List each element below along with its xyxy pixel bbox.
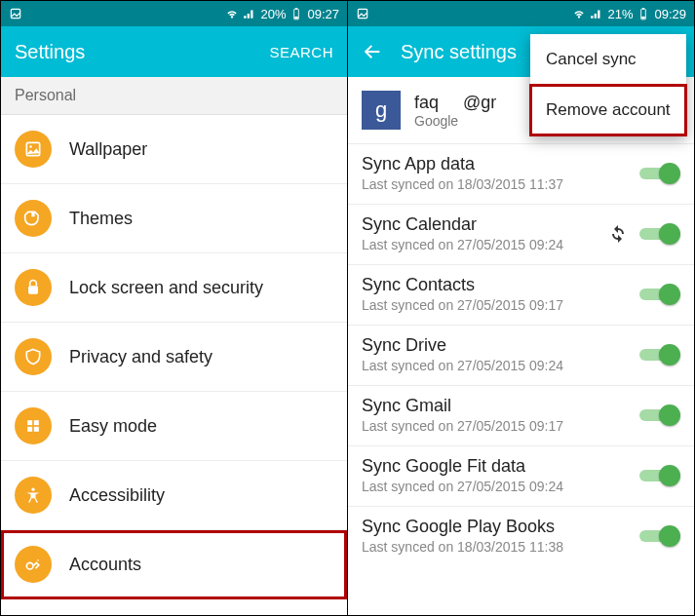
toggle-switch[interactable]	[639, 465, 680, 486]
easy-mode-icon	[15, 407, 52, 444]
sync-title: Sync Google Fit data	[362, 456, 639, 477]
status-bar: 20% 09:27	[1, 1, 347, 26]
section-personal: Personal	[1, 77, 347, 115]
toggle-switch[interactable]	[639, 404, 680, 426]
svg-rect-2	[295, 8, 297, 9]
sync-title: Sync Gmail	[362, 396, 639, 416]
google-avatar: g	[362, 91, 401, 130]
row-easy-mode[interactable]: Easy mode	[1, 392, 347, 461]
row-privacy[interactable]: Privacy and safety	[1, 323, 347, 392]
row-themes[interactable]: Themes	[1, 184, 347, 253]
battery-icon	[637, 7, 650, 20]
row-label: Lock screen and security	[69, 278, 263, 298]
clock-time: 09:29	[654, 7, 686, 21]
sync-sub: Last synced on 27/05/2015 09:24	[362, 237, 606, 252]
screenshot-icon	[356, 7, 369, 20]
themes-icon	[15, 200, 52, 237]
row-label: Wallpaper	[69, 139, 147, 160]
sync-drive[interactable]: Sync Drive Last synced on 27/05/2015 09:…	[348, 325, 694, 385]
page-title: Settings	[15, 41, 269, 63]
sync-contacts[interactable]: Sync Contacts Last synced on 27/05/2015 …	[348, 264, 694, 325]
svg-point-14	[37, 559, 39, 561]
lock-icon	[15, 269, 52, 306]
row-label: Accounts	[69, 555, 141, 575]
sync-calendar[interactable]: Sync Calendar Last synced on 27/05/2015 …	[348, 204, 694, 264]
sync-gmail[interactable]: Sync Gmail Last synced on 27/05/2015 09:…	[348, 385, 694, 445]
toggle-switch[interactable]	[639, 223, 680, 245]
svg-rect-10	[27, 427, 32, 432]
row-wallpaper[interactable]: Wallpaper	[1, 115, 347, 184]
sync-title: Sync Contacts	[362, 275, 639, 295]
battery-level: 20%	[260, 7, 286, 21]
svg-point-12	[31, 488, 34, 491]
settings-screen: 20% 09:27 Settings SEARCH Personal Wallp…	[1, 1, 348, 615]
overflow-menu: Cancel sync Remove account	[530, 34, 686, 135]
svg-rect-11	[34, 427, 39, 432]
sync-list: Sync App data Last synced on 18/03/2015 …	[348, 143, 694, 615]
clock-time: 09:27	[307, 7, 339, 21]
row-accessibility[interactable]: Accessibility	[1, 461, 347, 530]
sync-sub: Last synced on 27/05/2015 09:17	[362, 418, 639, 434]
app-bar: Settings SEARCH	[1, 26, 347, 77]
signal-icon	[590, 7, 603, 20]
wifi-icon	[572, 7, 586, 20]
toggle-switch[interactable]	[639, 525, 680, 547]
accounts-icon	[15, 546, 52, 583]
wallpaper-icon	[15, 131, 52, 168]
row-label: Privacy and safety	[69, 347, 212, 367]
svg-rect-18	[642, 17, 646, 19]
svg-rect-3	[295, 17, 299, 19]
sync-app-data[interactable]: Sync App data Last synced on 18/03/2015 …	[348, 143, 694, 204]
sync-sub: Last synced on 18/03/2015 11:37	[362, 176, 639, 192]
account-name: faq @gr	[414, 93, 496, 113]
sync-title: Sync Google Play Books	[362, 517, 639, 537]
sync-title: Sync Drive	[362, 335, 639, 356]
svg-rect-6	[31, 212, 34, 216]
svg-rect-17	[642, 8, 644, 9]
svg-rect-9	[34, 420, 39, 425]
row-accounts[interactable]: Accounts	[1, 530, 347, 599]
search-button[interactable]: SEARCH	[269, 44, 333, 60]
sync-title: Sync Calendar	[362, 214, 606, 235]
sync-title: Sync App data	[362, 154, 639, 174]
battery-level: 21%	[607, 7, 633, 21]
settings-list: Personal Wallpaper Themes Lock screen an…	[1, 77, 347, 615]
row-label: Easy mode	[69, 416, 157, 437]
sync-sub: Last synced on 27/05/2015 09:17	[362, 297, 639, 313]
toggle-switch[interactable]	[639, 284, 680, 305]
sync-google-play-books[interactable]: Sync Google Play Books Last synced on 18…	[348, 506, 694, 566]
svg-rect-8	[27, 420, 32, 425]
status-bar: 21% 09:29	[348, 1, 694, 26]
svg-point-13	[26, 562, 33, 569]
sync-settings-screen: 21% 09:29 Sync settings Cancel sync Remo…	[348, 1, 694, 615]
menu-cancel-sync[interactable]: Cancel sync	[530, 34, 686, 85]
svg-rect-7	[28, 286, 38, 293]
privacy-icon	[15, 338, 52, 375]
row-backup-reset[interactable]: Backup and reset	[1, 599, 347, 615]
svg-point-5	[29, 145, 32, 148]
wifi-icon	[225, 7, 239, 20]
back-button[interactable]	[362, 41, 383, 62]
screenshot-icon	[9, 7, 22, 20]
battery-icon	[290, 7, 303, 20]
signal-icon	[243, 7, 256, 20]
toggle-switch[interactable]	[639, 344, 680, 366]
syncing-icon	[606, 222, 630, 246]
row-lock-security[interactable]: Lock screen and security	[1, 253, 347, 323]
sync-sub: Last synced on 27/05/2015 09:24	[362, 479, 639, 494]
sync-sub: Last synced on 18/03/2015 11:38	[362, 539, 639, 555]
row-label: Accessibility	[69, 485, 165, 506]
sync-sub: Last synced on 27/05/2015 09:24	[362, 358, 639, 373]
account-provider: Google	[414, 113, 496, 129]
toggle-switch[interactable]	[639, 163, 680, 184]
menu-remove-account[interactable]: Remove account	[530, 85, 686, 135]
row-label: Themes	[69, 209, 133, 229]
sync-google-fit[interactable]: Sync Google Fit data Last synced on 27/0…	[348, 445, 694, 506]
accessibility-icon	[15, 477, 52, 514]
